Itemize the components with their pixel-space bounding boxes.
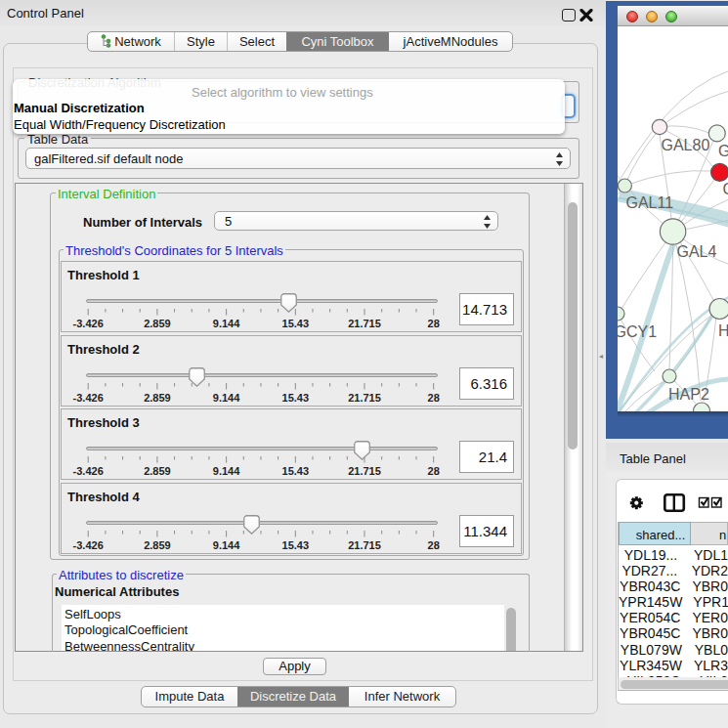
svg-text:C: C: [723, 181, 728, 197]
svg-text:GAL80: GAL80: [662, 137, 710, 153]
svg-text:GAL11: GAL11: [626, 194, 674, 211]
svg-text:GCY1: GCY1: [618, 323, 657, 340]
svg-text:GA: GA: [718, 143, 728, 159]
svg-text:HAP2: HAP2: [668, 386, 709, 403]
svg-text:GAL4: GAL4: [677, 243, 717, 260]
svg-text:H: H: [718, 322, 728, 339]
